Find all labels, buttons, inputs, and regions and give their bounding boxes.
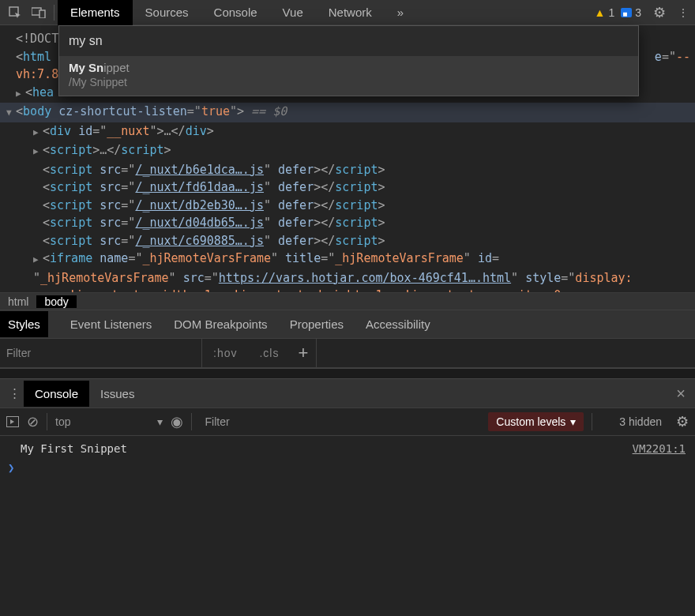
script-src-node[interactable]: <script src="/_nuxt/c690885….js" defer><… [0, 232, 695, 250]
subtab-event-listeners[interactable]: Event Listeners [70, 317, 152, 331]
styles-filter-input[interactable]: Filter [0, 347, 201, 359]
subtab-properties[interactable]: Properties [290, 317, 344, 331]
script-src-node[interactable]: <script src="/_nuxt/fd61daa….js" defer><… [0, 178, 695, 197]
drawer-close-icon[interactable]: × [676, 385, 686, 403]
tab-network[interactable]: Network [316, 0, 385, 25]
error-counter[interactable]: ■ 3 [621, 6, 641, 19]
console-settings-icon[interactable]: ⚙ [676, 413, 689, 430]
subtab-styles[interactable]: Styles [0, 311, 48, 337]
styles-filter-row: Filter :hov .cls + [0, 338, 695, 368]
tab-overflow[interactable]: » [385, 0, 416, 25]
log-levels-dropdown[interactable]: Custom levels▾ [488, 412, 584, 431]
drawer-kebab-icon[interactable]: ⋮ [5, 386, 24, 400]
error-count: 3 [635, 6, 641, 19]
script-src-node[interactable]: <script src="/_nuxt/db2eb30….js" defer><… [0, 197, 695, 215]
hov-toggle[interactable]: :hov [202, 347, 248, 359]
warning-count: 1 [608, 6, 614, 19]
clear-console-icon[interactable]: ⊘ [27, 413, 39, 430]
chevron-down-icon: ▾ [570, 415, 576, 428]
script-node[interactable]: ▶<script>…</script> [0, 141, 695, 161]
new-style-rule-icon[interactable]: + [290, 343, 316, 363]
console-prompt[interactable]: ❯ [6, 461, 689, 474]
script-src-node[interactable]: <script src="/_nuxt/b6e1dca….js" defer><… [0, 161, 695, 179]
subtab-accessibility[interactable]: Accessibility [366, 317, 430, 331]
command-menu-input[interactable]: my sn [59, 26, 638, 56]
console-message-row[interactable]: My First Snippet VM2201:1 [6, 439, 689, 458]
result-subtitle: /My Snippet [69, 75, 629, 89]
message-icon: ■ [621, 8, 632, 17]
tab-console[interactable]: Console [201, 0, 270, 25]
doctype-line[interactable]: <!DOCT [16, 32, 58, 46]
crumb-html[interactable]: html [0, 295, 36, 308]
iframe-node-cont2[interactable]: none !important; width: 1px !important; … [0, 287, 695, 292]
result-rest: ippet [103, 61, 130, 74]
kebab-menu-icon[interactable]: ⋮ [671, 0, 695, 25]
drawer-tabstrip: ⋮ Console Issues × [0, 379, 695, 408]
crumb-body[interactable]: body [36, 295, 76, 308]
console-filter-input[interactable]: Filter [200, 415, 480, 428]
drawer-tab-console[interactable]: Console [24, 381, 89, 407]
warning-icon: ▲ [595, 6, 606, 19]
chevron-down-icon: ▾ [157, 415, 163, 428]
divider [54, 5, 54, 21]
styles-tabs: Styles Event Listeners DOM Breakpoints P… [0, 310, 695, 338]
console-output[interactable]: My First Snippet VM2201:1 ❯ [0, 436, 695, 594]
console-toolbar: ⊘ top▾ ◉ Filter Custom levels▾ 3 hidden … [0, 408, 695, 436]
div-nuxt-node[interactable]: ▶<div id="__nuxt">…</div> [0, 122, 695, 142]
svg-rect-2 [39, 10, 45, 18]
tab-elements[interactable]: Elements [58, 0, 133, 25]
console-message-source[interactable]: VM2201:1 [633, 439, 689, 458]
subtab-dom-breakpoints[interactable]: DOM Breakpoints [174, 317, 267, 331]
script-src-node[interactable]: <script src="/_nuxt/d04db65….js" defer><… [0, 214, 695, 232]
tab-sources[interactable]: Sources [133, 0, 201, 25]
console-message-text: My First Snippet [6, 439, 633, 458]
live-expression-icon[interactable]: ◉ [171, 413, 183, 430]
iframe-node[interactable]: ▶<iframe name="_hjRemoteVarsFrame" title… [0, 250, 695, 269]
command-menu: my sn My Snippet /My Snippet [58, 25, 639, 96]
command-menu-result[interactable]: My Snippet /My Snippet [59, 56, 638, 96]
hidden-count[interactable]: 3 hidden [619, 415, 662, 428]
context-selector[interactable]: top▾ [55, 415, 163, 428]
result-match: My Sn [69, 61, 103, 74]
sidebar-toggle-icon[interactable] [6, 416, 19, 427]
tab-vue[interactable]: Vue [270, 0, 316, 25]
device-toggle-icon[interactable] [27, 0, 51, 25]
inspect-icon[interactable] [3, 0, 27, 25]
drawer-tab-issues[interactable]: Issues [89, 381, 145, 407]
settings-icon[interactable]: ⚙ [648, 0, 671, 25]
devtools-tabstrip: Elements Sources Console Vue Network » ▲… [0, 0, 695, 25]
warning-counter[interactable]: ▲ 1 [595, 6, 615, 19]
dom-breadcrumbs: html body [0, 292, 695, 310]
cls-toggle[interactable]: .cls [248, 347, 290, 359]
iframe-node-cont[interactable]: "_hjRemoteVarsFrame" src="https://vars.h… [0, 269, 695, 287]
pane-resizer[interactable] [0, 368, 695, 379]
body-node[interactable]: ⋯ ▼<body cz-shortcut-listen="true"> == $… [0, 103, 695, 122]
